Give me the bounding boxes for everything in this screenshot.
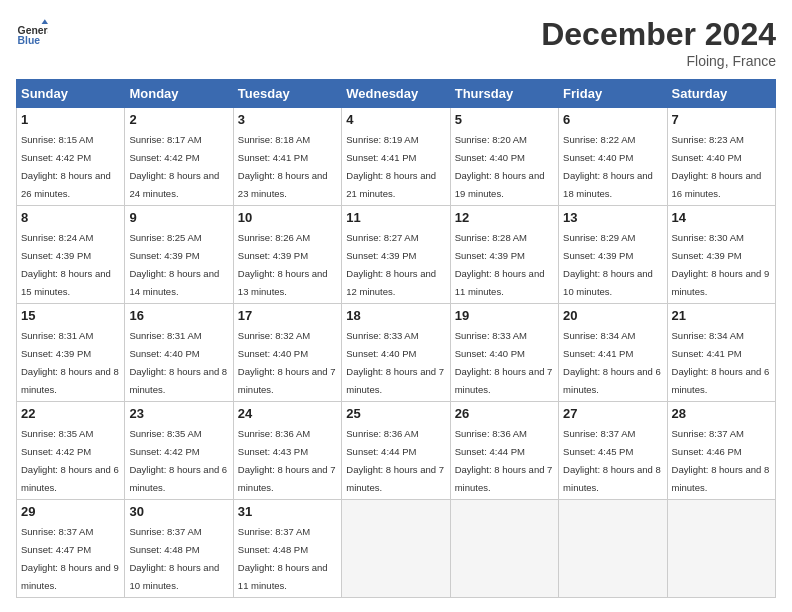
calendar-cell: 14Sunrise: 8:30 AMSunset: 4:39 PMDayligh… [667,206,775,304]
calendar-cell: 7Sunrise: 8:23 AMSunset: 4:40 PMDaylight… [667,108,775,206]
day-number: 24 [238,406,337,421]
day-number: 7 [672,112,771,127]
day-number: 30 [129,504,228,519]
calendar-cell: 19Sunrise: 8:33 AMSunset: 4:40 PMDayligh… [450,304,558,402]
day-info: Sunrise: 8:23 AMSunset: 4:40 PMDaylight:… [672,134,762,199]
calendar-cell: 25Sunrise: 8:36 AMSunset: 4:44 PMDayligh… [342,402,450,500]
day-info: Sunrise: 8:34 AMSunset: 4:41 PMDaylight:… [563,330,661,395]
calendar-cell: 11Sunrise: 8:27 AMSunset: 4:39 PMDayligh… [342,206,450,304]
calendar-cell: 5Sunrise: 8:20 AMSunset: 4:40 PMDaylight… [450,108,558,206]
calendar-cell: 10Sunrise: 8:26 AMSunset: 4:39 PMDayligh… [233,206,341,304]
calendar-cell: 20Sunrise: 8:34 AMSunset: 4:41 PMDayligh… [559,304,667,402]
day-info: Sunrise: 8:36 AMSunset: 4:44 PMDaylight:… [346,428,444,493]
weekday-header-monday: Monday [125,80,233,108]
calendar-cell: 28Sunrise: 8:37 AMSunset: 4:46 PMDayligh… [667,402,775,500]
day-info: Sunrise: 8:36 AMSunset: 4:43 PMDaylight:… [238,428,336,493]
calendar-cell [559,500,667,598]
day-number: 3 [238,112,337,127]
calendar-week-row: 15Sunrise: 8:31 AMSunset: 4:39 PMDayligh… [17,304,776,402]
day-info: Sunrise: 8:35 AMSunset: 4:42 PMDaylight:… [21,428,119,493]
calendar-cell: 3Sunrise: 8:18 AMSunset: 4:41 PMDaylight… [233,108,341,206]
day-number: 11 [346,210,445,225]
day-info: Sunrise: 8:17 AMSunset: 4:42 PMDaylight:… [129,134,219,199]
day-number: 26 [455,406,554,421]
day-info: Sunrise: 8:30 AMSunset: 4:39 PMDaylight:… [672,232,770,297]
calendar-week-row: 29Sunrise: 8:37 AMSunset: 4:47 PMDayligh… [17,500,776,598]
calendar-cell: 24Sunrise: 8:36 AMSunset: 4:43 PMDayligh… [233,402,341,500]
day-number: 5 [455,112,554,127]
day-number: 15 [21,308,120,323]
calendar-cell: 18Sunrise: 8:33 AMSunset: 4:40 PMDayligh… [342,304,450,402]
day-number: 27 [563,406,662,421]
day-info: Sunrise: 8:32 AMSunset: 4:40 PMDaylight:… [238,330,336,395]
svg-text:General: General [18,25,48,36]
calendar-week-row: 1Sunrise: 8:15 AMSunset: 4:42 PMDaylight… [17,108,776,206]
day-info: Sunrise: 8:37 AMSunset: 4:48 PMDaylight:… [129,526,219,591]
day-number: 8 [21,210,120,225]
day-info: Sunrise: 8:31 AMSunset: 4:40 PMDaylight:… [129,330,227,395]
calendar-cell: 4Sunrise: 8:19 AMSunset: 4:41 PMDaylight… [342,108,450,206]
day-info: Sunrise: 8:22 AMSunset: 4:40 PMDaylight:… [563,134,653,199]
calendar-cell: 26Sunrise: 8:36 AMSunset: 4:44 PMDayligh… [450,402,558,500]
weekday-header-friday: Friday [559,80,667,108]
calendar-cell [450,500,558,598]
calendar-week-row: 8Sunrise: 8:24 AMSunset: 4:39 PMDaylight… [17,206,776,304]
day-info: Sunrise: 8:33 AMSunset: 4:40 PMDaylight:… [455,330,553,395]
calendar-cell: 2Sunrise: 8:17 AMSunset: 4:42 PMDaylight… [125,108,233,206]
day-number: 9 [129,210,228,225]
day-number: 29 [21,504,120,519]
weekday-header-tuesday: Tuesday [233,80,341,108]
calendar-cell: 29Sunrise: 8:37 AMSunset: 4:47 PMDayligh… [17,500,125,598]
day-info: Sunrise: 8:15 AMSunset: 4:42 PMDaylight:… [21,134,111,199]
title-block: December 2024 Floing, France [541,16,776,69]
calendar-cell: 6Sunrise: 8:22 AMSunset: 4:40 PMDaylight… [559,108,667,206]
svg-marker-2 [42,19,48,24]
day-number: 22 [21,406,120,421]
day-number: 23 [129,406,228,421]
logo-icon: General Blue [16,16,48,48]
day-number: 1 [21,112,120,127]
weekday-header-row: SundayMondayTuesdayWednesdayThursdayFrid… [17,80,776,108]
logo: General Blue [16,16,48,48]
day-info: Sunrise: 8:37 AMSunset: 4:48 PMDaylight:… [238,526,328,591]
day-number: 2 [129,112,228,127]
day-number: 28 [672,406,771,421]
day-info: Sunrise: 8:18 AMSunset: 4:41 PMDaylight:… [238,134,328,199]
calendar-cell [342,500,450,598]
calendar-week-row: 22Sunrise: 8:35 AMSunset: 4:42 PMDayligh… [17,402,776,500]
day-number: 19 [455,308,554,323]
location: Floing, France [541,53,776,69]
day-number: 16 [129,308,228,323]
calendar-cell: 9Sunrise: 8:25 AMSunset: 4:39 PMDaylight… [125,206,233,304]
weekday-header-sunday: Sunday [17,80,125,108]
day-info: Sunrise: 8:33 AMSunset: 4:40 PMDaylight:… [346,330,444,395]
day-info: Sunrise: 8:27 AMSunset: 4:39 PMDaylight:… [346,232,436,297]
day-info: Sunrise: 8:37 AMSunset: 4:47 PMDaylight:… [21,526,119,591]
day-info: Sunrise: 8:37 AMSunset: 4:46 PMDaylight:… [672,428,770,493]
day-number: 17 [238,308,337,323]
day-number: 4 [346,112,445,127]
calendar-cell: 22Sunrise: 8:35 AMSunset: 4:42 PMDayligh… [17,402,125,500]
day-number: 14 [672,210,771,225]
calendar-cell: 21Sunrise: 8:34 AMSunset: 4:41 PMDayligh… [667,304,775,402]
day-number: 6 [563,112,662,127]
day-info: Sunrise: 8:25 AMSunset: 4:39 PMDaylight:… [129,232,219,297]
day-info: Sunrise: 8:24 AMSunset: 4:39 PMDaylight:… [21,232,111,297]
day-info: Sunrise: 8:19 AMSunset: 4:41 PMDaylight:… [346,134,436,199]
calendar-cell: 17Sunrise: 8:32 AMSunset: 4:40 PMDayligh… [233,304,341,402]
month-title: December 2024 [541,16,776,53]
calendar-cell: 30Sunrise: 8:37 AMSunset: 4:48 PMDayligh… [125,500,233,598]
day-info: Sunrise: 8:35 AMSunset: 4:42 PMDaylight:… [129,428,227,493]
day-info: Sunrise: 8:36 AMSunset: 4:44 PMDaylight:… [455,428,553,493]
weekday-header-wednesday: Wednesday [342,80,450,108]
day-number: 21 [672,308,771,323]
calendar-cell: 15Sunrise: 8:31 AMSunset: 4:39 PMDayligh… [17,304,125,402]
day-number: 13 [563,210,662,225]
weekday-header-thursday: Thursday [450,80,558,108]
day-info: Sunrise: 8:31 AMSunset: 4:39 PMDaylight:… [21,330,119,395]
day-info: Sunrise: 8:28 AMSunset: 4:39 PMDaylight:… [455,232,545,297]
calendar-cell: 8Sunrise: 8:24 AMSunset: 4:39 PMDaylight… [17,206,125,304]
day-info: Sunrise: 8:20 AMSunset: 4:40 PMDaylight:… [455,134,545,199]
calendar-cell [667,500,775,598]
day-number: 25 [346,406,445,421]
